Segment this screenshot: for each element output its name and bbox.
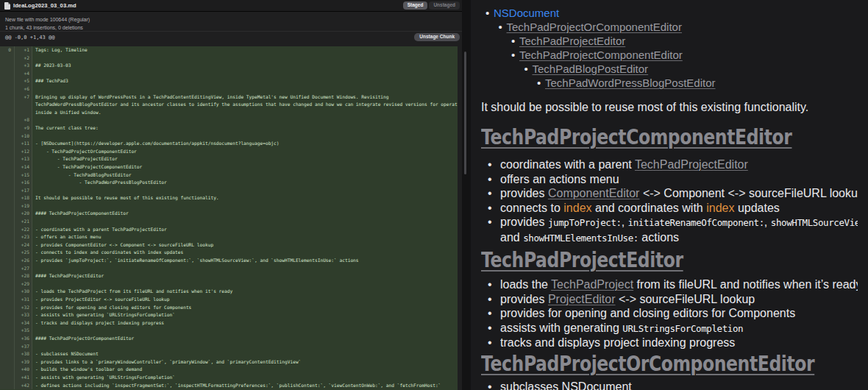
diff-row: +23- offers an actions menu — [0, 233, 458, 241]
diff-line-text: - connects to index and coordinates with… — [32, 249, 458, 257]
new-line-number: +24 — [15, 241, 32, 249]
diff-line-text: #### TechPadProjectEditor — [32, 272, 458, 280]
new-line-number: +29 — [15, 280, 32, 288]
diff-line-text: - TechPadProjectComponentEditor — [32, 163, 458, 171]
old-line-number — [0, 226, 15, 234]
bullet-item: coordinates with a parent TechPadProject… — [481, 157, 858, 172]
old-line-number — [0, 311, 15, 319]
text-run: , — [622, 216, 628, 228]
diff-line-text: Bringing up display of WordPressPosts in… — [32, 93, 458, 102]
class-link[interactable]: NSDocument — [494, 7, 559, 19]
diff-row: +27 — [0, 265, 458, 273]
diff-line-text: #### TechPadProjectComponentEditor — [32, 210, 458, 218]
new-line-number: +28 — [15, 272, 32, 280]
bullet-marker: • — [524, 62, 533, 76]
bullet-line: provides ProjectEditor <-> sourceFileURL… — [500, 292, 858, 307]
class-link[interactable]: TechPadProjectEditor — [519, 35, 625, 47]
class-link[interactable]: TechPadProjectEditor — [635, 158, 748, 171]
diff-row: +13 - TechPadProjectEditor — [0, 155, 458, 163]
new-line-number: +3 — [15, 62, 32, 70]
markdown-sections: •NSDocument•TechPadProjectOrComponentEdi… — [481, 6, 858, 390]
diff-line-text — [32, 327, 458, 335]
old-line-number — [0, 280, 15, 288]
bullet-line: provides jumpToProject:, initiateRenameO… — [500, 215, 858, 230]
class-link[interactable]: TechPadProject — [551, 278, 633, 291]
diff-row: +5### TechPad3 — [0, 77, 458, 85]
diff-row: +24- provides ComponentEditor <-> Compon… — [0, 241, 458, 249]
inline-code: initiateRenameOfComponent: — [628, 217, 764, 228]
diff-rows: 0+1Tags: Log, Timeline+2+3## 2023-03-03+… — [0, 46, 458, 390]
text-run: provides — [500, 216, 548, 228]
class-link[interactable]: TechPadWordPressBlogPostEditor — [545, 77, 716, 89]
old-line-number — [0, 327, 15, 335]
class-tree-item: •TechPadProjectComponentEditor — [481, 48, 858, 62]
new-line-number: +5 — [15, 77, 32, 85]
diff-row: +12 - TechPadProjectOrComponentEditor — [0, 148, 458, 156]
class-link[interactable]: ComponentEditor — [548, 187, 640, 199]
diff-line-text — [32, 218, 458, 226]
text-run: actions — [638, 231, 679, 244]
bullet-item: subclasses NSDocument — [481, 380, 858, 390]
diff-line-text: - provides links to a `primaryWindowCont… — [32, 358, 458, 366]
diff-line-text — [32, 202, 458, 210]
class-link[interactable]: index — [563, 202, 591, 214]
bullet-item: loads the TechPadProject from its fileUR… — [481, 277, 858, 292]
diff-line-text: - TechPadProjectOrComponentEditor — [32, 148, 458, 156]
new-line-number: +15 — [15, 171, 32, 180]
diff-line-text: - offers an actions menu — [32, 233, 458, 241]
section-heading-link[interactable]: TechPadProjectOrComponentEditor — [481, 353, 814, 375]
old-line-number — [0, 366, 15, 374]
old-line-number — [0, 187, 15, 195]
old-line-number — [0, 343, 15, 351]
bullet-line: offers an actions menu — [500, 172, 858, 187]
old-line-number — [0, 140, 15, 148]
diff-line-text — [32, 280, 458, 288]
new-line-number: +13 — [15, 155, 32, 163]
old-line-number — [0, 249, 15, 257]
file-name: IdeaLog2023_03_03.md — [13, 2, 403, 9]
bullet-line: subclasses NSDocument — [500, 380, 858, 390]
diff-scrollbar[interactable] — [464, 52, 466, 174]
diff-row: +41- assists with generating `URLStrings… — [0, 374, 458, 382]
text-run: It should be possible to reuse most of t… — [481, 101, 808, 113]
class-link[interactable]: TechPadBlogPostEditor — [533, 63, 649, 75]
new-line-number: +1 — [15, 46, 32, 54]
new-line-number — [15, 109, 32, 117]
class-link[interactable]: index — [706, 202, 734, 214]
bullet-marker: • — [511, 48, 519, 62]
class-link[interactable]: TechPadProjectComponentEditor — [519, 49, 683, 61]
tab-staged[interactable]: Staged — [403, 1, 428, 10]
tab-unstaged[interactable]: Unstaged — [429, 1, 460, 10]
old-line-number — [0, 296, 15, 304]
diff-row: +29 — [0, 280, 458, 288]
diff-row: +21 — [0, 218, 458, 226]
diff-line-text: The current class tree: — [32, 124, 458, 132]
old-line-number — [0, 148, 15, 156]
new-line-number: +39 — [15, 358, 32, 366]
diff-line-text: - assists with generating `URLStringsFor… — [32, 374, 458, 382]
diff-row: +31- provides ProjectEditor <-> sourceFi… — [0, 296, 458, 304]
class-link[interactable]: TechPadProjectOrComponentEditor — [507, 21, 682, 33]
old-line-number — [0, 350, 15, 358]
class-link[interactable]: ProjectEditor — [548, 293, 616, 305]
unstage-chunk-button[interactable]: Unstage Chunk — [414, 33, 460, 41]
new-line-number — [15, 101, 32, 109]
text-run: subclasses NSDocument — [500, 380, 632, 390]
section-heading-link[interactable]: TechPadProjectComponentEditor — [481, 127, 791, 149]
section-heading-link[interactable]: TechPadProjectEditor — [481, 249, 683, 272]
diff-line-text: - builds the window's toolbar on demand — [32, 366, 458, 374]
document-icon — [4, 2, 10, 10]
bullet-line: provides for opening and closing editors… — [500, 306, 858, 321]
bullet-line: and showHTMLElementsInUse: actions — [500, 230, 858, 246]
diff-row: +30- loads the TechPadProject from its f… — [0, 288, 458, 296]
diff-line-text: - loads the TechPadProject from its file… — [32, 288, 458, 296]
text-run: tracks and displays project indexing pro… — [500, 336, 735, 349]
diff-line-text: - TechPadBlogPostEditor — [32, 171, 458, 180]
inline-code: showHTMLElementsInUse: — [523, 233, 638, 244]
diff-row: +3## 2023-03-03 — [0, 62, 458, 70]
diff-row: +22- coordinates with a parent TechPadPr… — [0, 226, 458, 234]
text-run: , — [764, 216, 771, 228]
text-run: from its fileURL and notifies when it’s … — [633, 278, 858, 291]
bullet-line: loads the TechPadProject from its fileUR… — [500, 277, 858, 292]
diff-row: +39- provides links to a `primaryWindowC… — [0, 358, 458, 366]
